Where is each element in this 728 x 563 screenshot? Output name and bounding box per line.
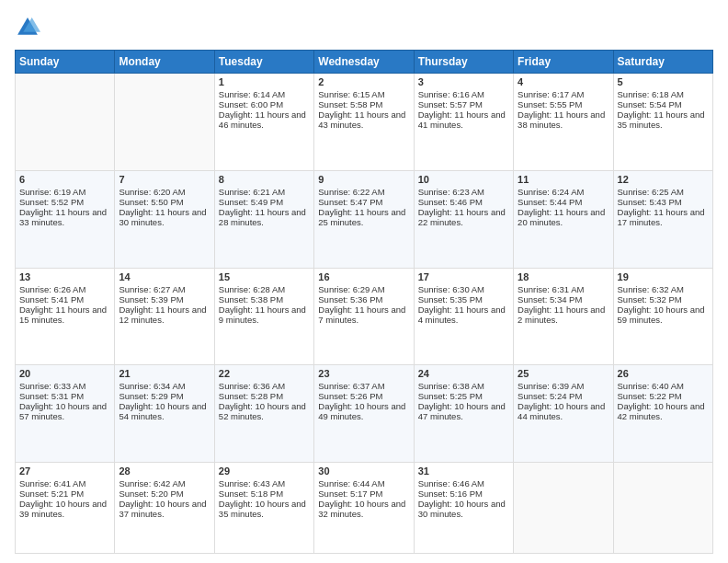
day-number: 2 — [318, 76, 409, 87]
calendar-week-row: 1Sunrise: 6:14 AMSunset: 6:00 PMDaylight… — [16, 74, 713, 171]
day-number: 7 — [119, 174, 210, 185]
sunrise-text: Sunrise: 6:26 AM — [19, 284, 110, 294]
calendar-cell: 28Sunrise: 6:42 AMSunset: 5:20 PMDayligh… — [115, 463, 214, 554]
sunrise-text: Sunrise: 6:27 AM — [119, 284, 210, 294]
sunrise-text: Sunrise: 6:39 AM — [518, 381, 609, 391]
sunset-text: Sunset: 5:32 PM — [618, 294, 709, 304]
daylight-text: Daylight: 11 hours and 35 minutes. — [618, 109, 709, 130]
daylight-text: Daylight: 10 hours and 30 minutes. — [418, 499, 509, 519]
sunset-text: Sunset: 5:50 PM — [119, 197, 210, 207]
day-number: 31 — [418, 465, 509, 477]
calendar-cell: 9Sunrise: 6:22 AMSunset: 5:47 PMDaylight… — [314, 170, 414, 268]
sunset-text: Sunset: 5:21 PM — [19, 488, 110, 499]
daylight-text: Daylight: 11 hours and 43 minutes. — [318, 109, 409, 130]
calendar-day-header: Friday — [514, 51, 613, 74]
sunset-text: Sunset: 5:26 PM — [318, 391, 409, 401]
daylight-text: Daylight: 11 hours and 25 minutes. — [318, 207, 409, 227]
calendar-cell: 30Sunrise: 6:44 AMSunset: 5:17 PMDayligh… — [314, 463, 414, 554]
sunset-text: Sunset: 5:29 PM — [119, 391, 210, 401]
calendar-cell: 6Sunrise: 6:19 AMSunset: 5:52 PMDaylight… — [16, 170, 115, 268]
sunset-text: Sunset: 5:44 PM — [518, 197, 609, 207]
sunset-text: Sunset: 5:34 PM — [518, 294, 609, 304]
day-number: 15 — [219, 271, 310, 282]
day-number: 27 — [19, 465, 110, 477]
calendar-cell: 22Sunrise: 6:36 AMSunset: 5:28 PMDayligh… — [214, 365, 313, 463]
calendar-cell: 24Sunrise: 6:38 AMSunset: 5:25 PMDayligh… — [414, 365, 513, 463]
day-number: 6 — [19, 174, 110, 185]
daylight-text: Daylight: 11 hours and 33 minutes. — [19, 207, 110, 227]
sunrise-text: Sunrise: 6:37 AM — [318, 381, 409, 391]
calendar-week-row: 20Sunrise: 6:33 AMSunset: 5:31 PMDayligh… — [16, 365, 713, 463]
sunrise-text: Sunrise: 6:15 AM — [318, 89, 409, 99]
daylight-text: Daylight: 11 hours and 2 minutes. — [518, 304, 609, 325]
day-number: 20 — [19, 368, 110, 379]
calendar-cell: 11Sunrise: 6:24 AMSunset: 5:44 PMDayligh… — [514, 170, 613, 268]
sunrise-text: Sunrise: 6:19 AM — [19, 187, 110, 197]
sunset-text: Sunset: 5:28 PM — [219, 391, 310, 401]
day-number: 4 — [518, 76, 609, 87]
day-number: 21 — [119, 368, 210, 379]
daylight-text: Daylight: 10 hours and 39 minutes. — [19, 499, 110, 519]
sunrise-text: Sunrise: 6:14 AM — [219, 89, 310, 99]
day-number: 28 — [119, 465, 210, 477]
calendar-day-header: Monday — [115, 51, 214, 74]
daylight-text: Daylight: 10 hours and 42 minutes. — [618, 401, 709, 421]
daylight-text: Daylight: 11 hours and 15 minutes. — [19, 304, 110, 325]
day-number: 18 — [518, 271, 609, 282]
daylight-text: Daylight: 11 hours and 12 minutes. — [119, 304, 210, 325]
daylight-text: Daylight: 11 hours and 9 minutes. — [219, 304, 310, 325]
day-number: 23 — [318, 368, 409, 379]
sunrise-text: Sunrise: 6:20 AM — [119, 187, 210, 197]
daylight-text: Daylight: 11 hours and 4 minutes. — [418, 304, 509, 325]
logo-icon — [15, 15, 40, 40]
calendar-cell: 10Sunrise: 6:23 AMSunset: 5:46 PMDayligh… — [414, 170, 513, 268]
sunrise-text: Sunrise: 6:29 AM — [318, 284, 409, 294]
calendar-table: SundayMondayTuesdayWednesdayThursdayFrid… — [15, 50, 713, 554]
day-number: 11 — [518, 174, 609, 185]
sunrise-text: Sunrise: 6:24 AM — [518, 187, 609, 197]
sunrise-text: Sunrise: 6:22 AM — [318, 187, 409, 197]
day-number: 22 — [219, 368, 310, 379]
sunrise-text: Sunrise: 6:16 AM — [418, 89, 509, 99]
calendar-cell: 12Sunrise: 6:25 AMSunset: 5:43 PMDayligh… — [613, 170, 712, 268]
day-number: 19 — [618, 271, 709, 282]
day-number: 8 — [219, 174, 310, 185]
calendar-cell: 14Sunrise: 6:27 AMSunset: 5:39 PMDayligh… — [115, 268, 214, 365]
calendar-cell: 3Sunrise: 6:16 AMSunset: 5:57 PMDaylight… — [414, 74, 513, 171]
sunset-text: Sunset: 5:20 PM — [119, 488, 210, 499]
sunset-text: Sunset: 5:38 PM — [219, 294, 310, 304]
day-number: 30 — [318, 465, 409, 477]
sunset-text: Sunset: 5:16 PM — [418, 488, 509, 499]
day-number: 17 — [418, 271, 509, 282]
calendar-cell: 13Sunrise: 6:26 AMSunset: 5:41 PMDayligh… — [16, 268, 115, 365]
day-number: 25 — [518, 368, 609, 379]
daylight-text: Daylight: 10 hours and 54 minutes. — [119, 401, 210, 421]
daylight-text: Daylight: 11 hours and 28 minutes. — [219, 207, 310, 227]
calendar-cell: 25Sunrise: 6:39 AMSunset: 5:24 PMDayligh… — [514, 365, 613, 463]
sunrise-text: Sunrise: 6:46 AM — [418, 478, 509, 488]
sunrise-text: Sunrise: 6:30 AM — [418, 284, 509, 294]
sunrise-text: Sunrise: 6:25 AM — [618, 187, 709, 197]
daylight-text: Daylight: 11 hours and 20 minutes. — [518, 207, 609, 227]
calendar-cell: 2Sunrise: 6:15 AMSunset: 5:58 PMDaylight… — [314, 74, 414, 171]
daylight-text: Daylight: 11 hours and 22 minutes. — [418, 207, 509, 227]
day-number: 13 — [19, 271, 110, 282]
logo — [15, 15, 44, 40]
sunrise-text: Sunrise: 6:36 AM — [219, 381, 310, 391]
day-number: 5 — [618, 76, 709, 87]
sunset-text: Sunset: 5:47 PM — [318, 197, 409, 207]
sunrise-text: Sunrise: 6:23 AM — [418, 187, 509, 197]
day-number: 10 — [418, 174, 509, 185]
sunrise-text: Sunrise: 6:34 AM — [119, 381, 210, 391]
calendar-day-header: Wednesday — [314, 51, 414, 74]
daylight-text: Daylight: 10 hours and 52 minutes. — [219, 401, 310, 421]
sunrise-text: Sunrise: 6:40 AM — [618, 381, 709, 391]
sunset-text: Sunset: 5:57 PM — [418, 99, 509, 109]
calendar-cell: 8Sunrise: 6:21 AMSunset: 5:49 PMDaylight… — [214, 170, 313, 268]
daylight-text: Daylight: 11 hours and 46 minutes. — [219, 109, 310, 130]
calendar-cell: 27Sunrise: 6:41 AMSunset: 5:21 PMDayligh… — [16, 463, 115, 554]
daylight-text: Daylight: 10 hours and 49 minutes. — [318, 401, 409, 421]
daylight-text: Daylight: 10 hours and 37 minutes. — [119, 499, 210, 519]
sunrise-text: Sunrise: 6:17 AM — [518, 89, 609, 99]
calendar-cell: 16Sunrise: 6:29 AMSunset: 5:36 PMDayligh… — [314, 268, 414, 365]
